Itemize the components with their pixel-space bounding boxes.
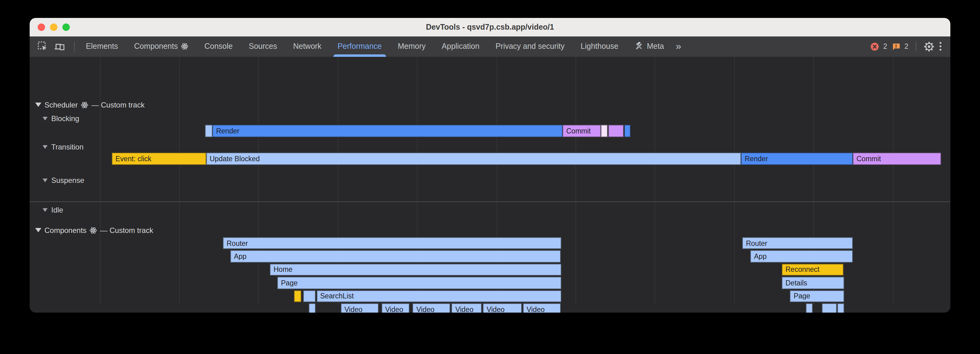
scheduler-bar-render[interactable]: Render (212, 124, 563, 137)
bar-label: SearchList (317, 293, 357, 300)
lane-label: Transition (51, 142, 84, 151)
panel-tabs: ElementsComponentsConsoleSourcesNetworkP… (78, 36, 672, 57)
bar-label: Render (213, 127, 242, 134)
component-bar[interactable] (303, 290, 315, 302)
bar-label: Video (414, 306, 438, 312)
warning-count-icon[interactable] (891, 42, 900, 51)
tab-sources[interactable]: Sources (241, 36, 285, 57)
scheduler-bar[interactable] (608, 124, 624, 137)
component-bar-reconnect[interactable]: Reconnect (782, 263, 844, 276)
scheduler-track-header[interactable]: Scheduler — Custom track (35, 100, 145, 109)
toolbar-right: 2 2 (871, 36, 942, 57)
tab-console[interactable]: Console (196, 36, 241, 57)
lane-suspense[interactable]: Suspense (43, 175, 84, 185)
gridline (258, 57, 259, 304)
lane-blocking[interactable]: Blocking (43, 114, 80, 123)
gridline (100, 57, 100, 304)
component-bar-details[interactable]: Details (782, 277, 844, 289)
bar-label: App (231, 253, 250, 260)
component-bar-router[interactable]: Router (223, 237, 561, 249)
tab-label: Network (293, 42, 321, 51)
devtools-window: DevTools - qsvd7p.csb.app/video/1 (30, 18, 950, 312)
components-track-header[interactable]: Components — Custom track (35, 225, 153, 235)
collapse-triangle-icon (43, 178, 48, 182)
tab-label: Console (204, 42, 233, 51)
scheduler-bar-render[interactable]: Render (741, 152, 853, 165)
gridline (892, 57, 893, 304)
component-bar[interactable] (837, 303, 844, 312)
devtools-toolbar: ElementsComponentsConsoleSourcesNetworkP… (30, 36, 950, 57)
error-count-icon[interactable] (871, 42, 879, 50)
bar-label: Video (452, 306, 476, 312)
component-bar-router[interactable]: Router (742, 237, 853, 249)
scheduler-bar[interactable] (205, 124, 212, 137)
tab-elements[interactable]: Elements (78, 36, 126, 57)
lane-idle[interactable]: Idle (43, 205, 63, 214)
settings-gear-icon[interactable] (924, 41, 934, 52)
collapse-triangle-icon (43, 116, 48, 120)
tab-label: Meta (647, 42, 664, 51)
gridline (655, 57, 655, 304)
more-tabs-button[interactable]: » (672, 41, 685, 51)
bar-label: Render (741, 155, 771, 162)
track-subtitle: — Custom track (91, 100, 145, 109)
component-bar[interactable] (309, 303, 316, 312)
collapse-triangle-icon (43, 145, 48, 148)
tab-performance[interactable]: Performance (329, 36, 390, 57)
scheduler-bar-event-click[interactable]: Event: click (112, 152, 206, 165)
component-bar-searchlist[interactable]: SearchList (317, 290, 561, 302)
titlebar: DevTools - qsvd7p.csb.app/video/1 (30, 18, 950, 36)
scheduler-bar-commit[interactable]: Commit (563, 124, 601, 137)
component-bar-video[interactable]: Video (523, 303, 561, 312)
bar-label: Video (484, 306, 508, 312)
tab-meta[interactable]: Meta (627, 36, 672, 57)
bar-label: App (751, 253, 770, 260)
component-bar-app[interactable]: App (750, 250, 853, 263)
bar-label: Video (523, 306, 548, 312)
kebab-menu-icon[interactable] (939, 41, 942, 51)
tab-label: Elements (86, 42, 118, 51)
tab-memory[interactable]: Memory (390, 36, 433, 57)
toolbar-left-icons (30, 41, 78, 52)
bar-label: Commit (563, 127, 594, 134)
component-bar[interactable] (805, 303, 812, 312)
tab-application[interactable]: Application (434, 36, 488, 57)
component-bar[interactable] (822, 303, 837, 312)
bar-label: Details (783, 279, 810, 287)
component-bar-video[interactable]: Video (381, 303, 410, 312)
component-bar-video[interactable]: Video (483, 303, 522, 312)
collapse-triangle-icon (35, 228, 41, 232)
component-bar[interactable] (294, 290, 302, 302)
scheduler-bar-commit[interactable]: Commit (853, 152, 941, 165)
bar-label: Commit (853, 155, 884, 162)
component-bar-page[interactable]: Page (790, 290, 844, 302)
bar-label: Router (224, 239, 251, 247)
component-bar-video[interactable]: Video (340, 303, 379, 312)
tab-privacy-and-security[interactable]: Privacy and security (488, 36, 573, 57)
lane-label: Suspense (51, 176, 84, 184)
tab-label: Application (442, 42, 479, 51)
device-toolbar-icon[interactable] (54, 41, 65, 52)
bar-label: Home (270, 266, 296, 273)
tab-components[interactable]: Components (126, 36, 196, 57)
component-bar-home[interactable]: Home (270, 263, 561, 276)
component-bar-page[interactable]: Page (277, 277, 561, 289)
component-bar-app[interactable]: App (230, 250, 561, 263)
lane-label: Blocking (51, 114, 80, 123)
inspect-element-icon[interactable] (37, 41, 48, 52)
warning-count: 2 (904, 43, 908, 50)
gridline (734, 57, 735, 304)
scheduler-bar[interactable] (624, 124, 630, 137)
component-bar-video[interactable]: Video (452, 303, 482, 312)
tab-lighthouse[interactable]: Lighthouse (573, 36, 627, 57)
bar-label: Event: click (112, 155, 154, 162)
track-title: Scheduler (45, 100, 78, 109)
scheduler-bar-update-blocked[interactable]: Update Blocked (206, 152, 741, 165)
lane-transition[interactable]: Transition (43, 142, 84, 151)
tab-network[interactable]: Network (285, 36, 329, 57)
error-count: 2 (883, 43, 887, 50)
tab-label: Privacy and security (496, 42, 565, 51)
scheduler-bar[interactable] (601, 124, 607, 137)
component-bar-video[interactable]: Video (413, 303, 450, 312)
gridline (576, 57, 576, 304)
